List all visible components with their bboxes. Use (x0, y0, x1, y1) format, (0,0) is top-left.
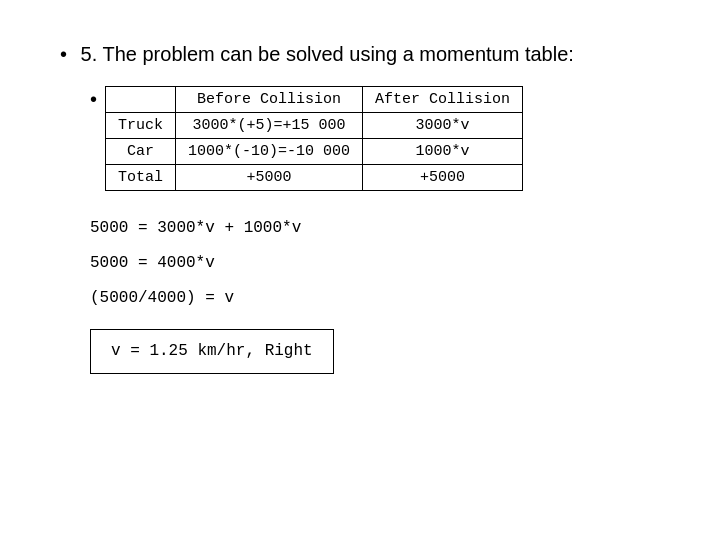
car-after: 1000*v (363, 139, 523, 165)
equation-3: (5000/4000) = v (90, 281, 660, 316)
car-before: 1000*(-10)=-10 000 (176, 139, 363, 165)
bullet-dot-2: • (90, 88, 97, 111)
row-label-total: Total (106, 165, 176, 191)
bullet-1-text: 5. The problem can be solved using a mom… (81, 43, 574, 65)
truck-after: 3000*v (363, 113, 523, 139)
bullet-dot-1: • (60, 40, 67, 68)
row-label-truck: Truck (106, 113, 176, 139)
total-before: +5000 (176, 165, 363, 191)
answer-box: v = 1.25 km/hr, Right (90, 329, 334, 374)
momentum-table-container: Before Collision After Collision Truck 3… (105, 86, 523, 191)
total-after: +5000 (363, 165, 523, 191)
bullet-1: • 5. The problem can be solved using a m… (60, 40, 660, 68)
col-header-after: After Collision (363, 87, 523, 113)
col-header-before: Before Collision (176, 87, 363, 113)
page: • 5. The problem can be solved using a m… (0, 0, 720, 540)
table-row: Total +5000 +5000 (106, 165, 523, 191)
momentum-table: Before Collision After Collision Truck 3… (105, 86, 523, 191)
equation-2: 5000 = 4000*v (90, 246, 660, 281)
row-label-car: Car (106, 139, 176, 165)
truck-before: 3000*(+5)=+15 000 (176, 113, 363, 139)
col-header-label (106, 87, 176, 113)
table-row: Car 1000*(-10)=-10 000 1000*v (106, 139, 523, 165)
table-row: Truck 3000*(+5)=+15 000 3000*v (106, 113, 523, 139)
equation-1: 5000 = 3000*v + 1000*v (90, 211, 660, 246)
equations-block: 5000 = 3000*v + 1000*v 5000 = 4000*v (50… (90, 211, 660, 374)
